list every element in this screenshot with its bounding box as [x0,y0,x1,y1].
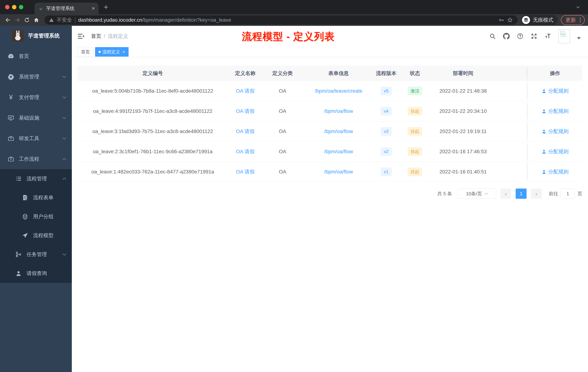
sidebar-item[interactable]: 任务管理 [0,245,72,264]
goto-page-input[interactable] [561,188,575,199]
monitor-icon [7,114,15,121]
github-icon[interactable] [503,33,510,40]
assign-rule-button[interactable]: 分配规则 [541,168,569,175]
column-header: 定义编号 [78,66,228,81]
page-size-select[interactable]: 10条/页 [457,188,496,199]
definition-name-link[interactable]: OA 请假 [236,148,255,155]
tag-close-icon[interactable]: × [123,49,125,55]
definition-name-link[interactable]: OA 请假 [236,108,255,115]
definition-name-link[interactable]: OA 请假 [236,168,255,175]
definition-name-link[interactable]: OA 请假 [236,128,255,135]
table-row: oa_leave:4:991f2193-7b7f-11ec-a3c8-acde4… [78,101,582,121]
assign-rule-button[interactable]: 分配规则 [541,148,569,155]
browser-chrome: 芋道管理系统 × + 不安全 dashboard.yudao.iocoder.c… [0,0,588,26]
tag-current[interactable]: 流程定义 × [95,47,128,57]
help-icon[interactable] [517,33,524,40]
form-info-link[interactable]: /bpm/oa/leave/create [315,88,362,94]
status-badge: 激活 [408,87,422,95]
browser-menu-icon[interactable] [579,18,582,22]
logo-avatar [12,30,24,42]
version-badge: v2 [381,147,391,156]
sidebar-item[interactable]: ¥ 支付管理 [0,87,72,108]
browser-tab-title: 芋道管理系统 [46,5,89,12]
assign-rule-button[interactable]: 分配规则 [541,128,569,135]
chevron-icon [63,158,66,162]
tab-close-icon[interactable]: × [92,6,95,11]
new-tab-button[interactable]: + [104,3,108,11]
page-number-button[interactable]: 1 [516,188,526,199]
paper-plane-icon [21,232,29,239]
forward-icon[interactable] [13,15,22,25]
deploy-time: 2022-01-16 17:46:53 [432,142,494,162]
sidebar-item[interactable]: 请假查询 [0,264,72,283]
avatar-caret-icon[interactable] [577,37,581,39]
favicon-leaf-icon [38,6,43,11]
sidebar-item-label: 用户分组 [33,213,53,220]
sidebar-menu: 首页 系统管理 ¥ 支付管理 基础设施 [0,46,72,283]
minimize-window-button[interactable] [12,5,16,9]
sidebar-item-label: 任务管理 [27,251,47,258]
table-header-row: 定义编号 定义名称 定义分类 表单信息 流程版本 状态 部署时间 操作 [78,66,582,81]
sidebar-item[interactable]: 流程表单 [0,188,72,207]
sidebar-item-label: 请假查询 [27,270,47,277]
sidebar-item[interactable]: 基础设施 [0,108,72,128]
tag-home[interactable]: 首页 [78,47,93,57]
prev-page-button[interactable]: ‹ [500,188,511,199]
hamburger-icon[interactable] [77,33,84,40]
home-icon[interactable] [32,15,41,25]
browser-tab[interactable]: 芋道管理系统 × [34,2,99,14]
deploy-time: 2022-01-22 20:34:10 [432,101,494,121]
back-icon[interactable] [3,15,13,25]
table-row: oa_leave:2:3c1f0ef1-76b1-11ec-9c66-a2380… [78,142,582,162]
sidebar-item-label: 流程表单 [33,194,53,201]
definition-name-link[interactable]: OA 请假 [236,88,255,94]
incognito-badge: 无痕模式 [521,15,558,25]
reload-icon[interactable] [22,15,32,25]
chevron-icon [63,252,66,255]
sidebar-item[interactable]: 流程管理 [0,169,72,188]
sidebar-item[interactable]: 用户分组 [0,207,72,226]
definition-id: oa_leave:4:991f2193-7b7f-11ec-a3c8-acde4… [78,101,228,121]
fullscreen-icon[interactable] [531,33,537,40]
page-url[interactable]: dashboard.yudao.iocoder.cn/bpm/manager/d… [78,17,231,23]
password-key-icon[interactable] [498,17,504,23]
window-controls[interactable] [0,5,27,9]
column-header: 操作 [528,66,582,81]
assign-rule-label: 分配规则 [548,128,569,135]
bookmark-star-icon[interactable] [507,17,513,23]
column-header-spacer [494,66,528,81]
table-row: oa_leave:3:1fad3d93-7b75-11ec-a3c8-acde4… [78,121,582,142]
address-bar[interactable]: 不安全 dashboard.yudao.iocoder.cn/bpm/manag… [44,15,518,25]
close-window-button[interactable] [5,5,10,9]
form-info-link[interactable]: /bpm/oa/flow [324,169,353,175]
search-icon[interactable] [489,33,496,40]
zoom-window-button[interactable] [19,5,23,9]
sidebar-item-label: 研发工具 [19,135,39,142]
breadcrumb-home[interactable]: 首页 [91,33,101,40]
sidebar-item[interactable]: 工作流程 [0,149,72,169]
sidebar-item[interactable]: 系统管理 [0,66,72,87]
assign-rule-button[interactable]: 分配规则 [541,108,569,115]
definition-id: oa_leave:3:1fad3d93-7b75-11ec-a3c8-acde4… [78,121,228,142]
tab-search-chevron-icon[interactable] [576,5,580,10]
definition-category: OA [263,142,302,162]
form-info-link[interactable]: /bpm/oa/flow [324,149,353,154]
chevron-icon [63,74,66,78]
form-info-link[interactable]: /bpm/oa/flow [324,129,353,134]
sidebar-item[interactable]: 首页 [0,46,72,66]
security-label[interactable]: 不安全 [57,17,72,23]
assign-rule-button[interactable]: 分配规则 [541,88,569,94]
next-page-button[interactable]: › [531,188,542,199]
browser-tabstrip: 芋道管理系统 × + [0,0,588,14]
page-content: 定义编号 定义名称 定义分类 表单信息 流程版本 状态 部署时间 操作 oa_l… [72,57,588,372]
sidebar-item-label: 首页 [19,53,29,60]
sidebar-logo[interactable]: 芋道管理系统 [0,26,72,46]
font-size-icon[interactable] [544,33,551,40]
definition-category: OA [263,81,302,101]
user-avatar-broken-image[interactable] [558,29,570,43]
sidebar-item[interactable]: 研发工具 [0,128,72,149]
sidebar-item[interactable]: 流程模型 [0,226,72,245]
chevron-icon [63,178,66,181]
browser-update-button[interactable]: 更新 [561,15,585,25]
form-info-link[interactable]: /bpm/oa/flow [324,108,353,114]
